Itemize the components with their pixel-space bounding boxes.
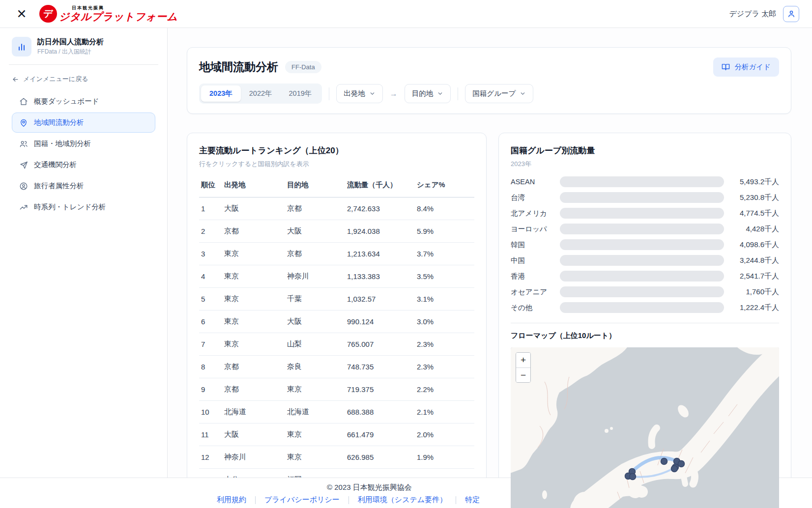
zoom-in-button[interactable]: + [516, 353, 530, 367]
nationality-flow-card: 国籍グループ別流動量 2023年 ASEAN5,493.2千人台湾5,230.8… [498, 133, 791, 508]
nationality-bar-chart: ASEAN5,493.2千人台湾5,230.8千人北アメリカ4,774.5千人ヨ… [511, 176, 779, 313]
sidebar-item-1[interactable]: 地域間流動分析 [12, 113, 155, 133]
analysis-guide-button[interactable]: 分析ガイド [713, 57, 779, 77]
table-cell: 1.9% [415, 446, 474, 468]
flow-map[interactable]: + − [511, 347, 779, 508]
sidebar-item-5[interactable]: 時系列・トレンド分析 [12, 197, 155, 217]
bar-value: 1,222.4千人 [724, 303, 779, 312]
home-icon [19, 97, 28, 106]
sidebar-app-title: 訪日外国人流動分析 [37, 37, 104, 47]
table-row[interactable]: 8京都奈良748.7352.3% [199, 355, 474, 378]
user-icon [787, 9, 796, 18]
table-row[interactable]: 9京都東京719.3752.2% [199, 378, 474, 400]
trend-icon [19, 203, 28, 212]
sidebar-item-4[interactable]: 旅行者属性分析 [12, 176, 155, 196]
footer-link-1[interactable]: プライバシーポリシー [264, 495, 340, 505]
back-to-main-menu-link[interactable]: メインメニューに戻る [6, 72, 161, 90]
table-cell: 3.5% [415, 265, 474, 287]
chevron-down-icon [369, 90, 376, 97]
logo-main-text: ジタルプラットフォーム [59, 11, 177, 22]
top-bar: ✕ デ 日本観光振興 ジタルプラットフォーム デジプラ 太郎 [0, 0, 812, 28]
sidebar-item-label: 概要ダッシュボード [34, 97, 99, 106]
table-cell: 3.1% [415, 287, 474, 310]
footer-link-0[interactable]: 利用規約 [217, 495, 246, 505]
table-cell: 北海道 [222, 400, 285, 423]
user-account-button[interactable] [783, 6, 799, 22]
sidebar-item-label: 旅行者属性分析 [34, 181, 84, 191]
table-cell: 2.2% [415, 378, 474, 400]
table-cell: 東京 [222, 265, 285, 287]
bar-chart-icon [12, 37, 31, 56]
bar-track [560, 192, 724, 203]
table-cell: 奈良 [285, 355, 345, 378]
table-row[interactable]: 11大阪東京661.4792.0% [199, 423, 474, 446]
bar-label: 中国 [511, 256, 560, 265]
ranking-subtitle: 行をクリックすると国籍別内訳を表示 [199, 160, 474, 169]
table-header-row: 順位出発地目的地流動量（千人）シェア% [199, 174, 474, 197]
bar-value: 1,760千人 [724, 287, 779, 297]
table-row[interactable]: 3東京京都1,213.6343.7% [199, 242, 474, 265]
bar-value: 4,428千人 [724, 225, 779, 234]
japan-map [511, 347, 779, 508]
table-cell: 4 [199, 265, 222, 287]
ff-data-badge: FF-Data [285, 61, 321, 73]
table-row[interactable]: 6東京大阪990.1243.0% [199, 310, 474, 333]
table-cell: 2.3% [415, 355, 474, 378]
bar-track [560, 208, 724, 219]
table-cell: 2,742.633 [345, 197, 415, 220]
footer-link-3[interactable]: 特定 [465, 495, 480, 505]
table-row[interactable]: 1大阪京都2,742.6338.4% [199, 197, 474, 220]
table-row[interactable]: 12神奈川東京626.9851.9% [199, 446, 474, 468]
sidebar-item-3[interactable]: 交通機関分析 [12, 155, 155, 175]
table-cell: 6 [199, 310, 222, 333]
table-row[interactable]: 4東京神奈川1,133.3833.5% [199, 265, 474, 287]
table-cell: 東京 [222, 242, 285, 265]
guide-button-label: 分析ガイド [734, 62, 771, 72]
logo-mark: デ [39, 5, 57, 23]
table-cell: 東京 [222, 310, 285, 333]
bar-label: 香港 [511, 272, 560, 281]
table-cell: 1,133.383 [345, 265, 415, 287]
route-arrow-icon: → [390, 89, 398, 98]
table-cell: 東京 [222, 287, 285, 310]
table-cell: 大阪 [285, 220, 345, 242]
table-row[interactable]: 7東京山梨765.0072.3% [199, 333, 474, 355]
route-ranking-card: 主要流動ルートランキング（上位20） 行をクリックすると国籍別内訳を表示 順位出… [187, 133, 487, 504]
footer-link-separator [255, 496, 256, 504]
table-cell: 1,032.57 [345, 287, 415, 310]
origin-dropdown[interactable]: 出発地 [336, 84, 383, 103]
table-cell: 1 [199, 197, 222, 220]
sidebar-item-label: 地域間流動分析 [34, 118, 84, 127]
year-tab-2[interactable]: 2019年 [281, 85, 320, 102]
year-tab-1[interactable]: 2022年 [241, 85, 281, 102]
bar-row: 北アメリカ4,774.5千人 [511, 208, 779, 219]
bar-track [560, 239, 724, 250]
column-header: 目的地 [285, 174, 345, 197]
sidebar-item-0[interactable]: 概要ダッシュボード [12, 91, 155, 112]
column-header: 出発地 [222, 174, 285, 197]
bar-label: 台湾 [511, 193, 560, 202]
table-cell: 3 [199, 242, 222, 265]
nationality-group-dropdown[interactable]: 国籍グループ [465, 84, 533, 103]
year-tab-0[interactable]: 2023年 [201, 85, 241, 102]
table-cell: 688.388 [345, 400, 415, 423]
origin-dropdown-label: 出発地 [344, 89, 365, 98]
table-cell: 8 [199, 355, 222, 378]
sidebar-item-label: 時系列・トレンド分析 [34, 202, 106, 212]
table-cell: 千葉 [285, 287, 345, 310]
table-cell: 大阪 [222, 423, 285, 446]
sidebar-item-2[interactable]: 国籍・地域別分析 [12, 134, 155, 154]
table-cell: 8.4% [415, 197, 474, 220]
table-row[interactable]: 2京都大阪1,924.0385.9% [199, 220, 474, 242]
table-row[interactable]: 5東京千葉1,032.573.1% [199, 287, 474, 310]
table-cell: 東京 [285, 423, 345, 446]
table-row[interactable]: 10北海道北海道688.3882.1% [199, 400, 474, 423]
zoom-out-button[interactable]: − [516, 367, 530, 382]
destination-dropdown[interactable]: 目的地 [405, 84, 451, 103]
table-cell: 748.735 [345, 355, 415, 378]
footer-link-separator [456, 496, 456, 504]
user-circle-icon [19, 182, 28, 191]
map-land-izu [683, 474, 685, 484]
footer-link-2[interactable]: 利用環境（システム要件） [358, 495, 447, 505]
close-icon[interactable]: ✕ [13, 5, 30, 23]
